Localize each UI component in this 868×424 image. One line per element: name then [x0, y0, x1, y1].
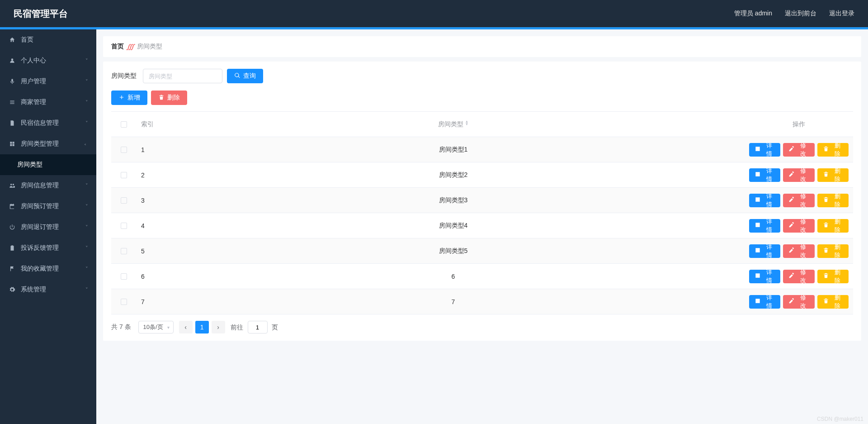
- to-front-link[interactable]: 退出到前台: [785, 10, 816, 18]
- sidebar-item-4[interactable]: 民宿信息管理˅: [0, 113, 96, 133]
- table-row: 1房间类型1详情修改删除: [111, 137, 853, 162]
- sidebar-item-3[interactable]: 商家管理˅: [0, 92, 96, 113]
- sidebar-item-6[interactable]: 房间信息管理˅: [0, 175, 96, 196]
- row-checkbox[interactable]: [121, 223, 127, 229]
- goto-input[interactable]: [248, 321, 268, 333]
- detail-button[interactable]: 详情: [749, 143, 780, 157]
- row-checkbox[interactable]: [121, 197, 127, 204]
- data-table: 索引 房间类型 ▲▼ 操作 1房间类型1详情修改删除2房间类型2详情修改删除3房…: [111, 111, 853, 314]
- search-icon: [234, 72, 241, 80]
- row-delete-button[interactable]: 删除: [817, 244, 849, 258]
- top-navbar: 民宿管理平台 管理员 admin 退出到前台 退出登录: [0, 0, 868, 27]
- row-checkbox[interactable]: [121, 248, 127, 254]
- edit-button[interactable]: 修改: [783, 270, 814, 283]
- breadcrumb-home[interactable]: 首页: [111, 43, 124, 51]
- sidebar-item-7[interactable]: 房间预订管理˅: [0, 196, 96, 217]
- row-checkbox[interactable]: [121, 147, 127, 153]
- detail-button[interactable]: 详情: [749, 219, 780, 233]
- row-delete-button[interactable]: 删除: [817, 194, 849, 207]
- edit-button[interactable]: 修改: [783, 219, 814, 233]
- sidebar-item-label: 房间类型: [17, 161, 88, 169]
- chevron-down-icon: ˄: [84, 143, 90, 145]
- cell-index: 5: [137, 244, 162, 258]
- page-size-select[interactable]: 10条/页: [138, 321, 174, 333]
- sidebar-item-label: 系统管理: [21, 286, 85, 294]
- search-input[interactable]: [143, 69, 222, 83]
- trash-icon: [823, 298, 829, 305]
- detail-button[interactable]: 详情: [749, 244, 780, 258]
- detail-icon: [755, 146, 761, 153]
- breadcrumb-panel: 首页 ∭ 房间类型: [103, 36, 861, 57]
- edit-button[interactable]: 修改: [783, 143, 814, 157]
- detail-button[interactable]: 详情: [749, 168, 780, 182]
- breadcrumb-separator-icon: ∭: [127, 43, 134, 51]
- sidebar-item-label: 投诉反馈管理: [21, 244, 85, 252]
- current-user-label[interactable]: 管理员 admin: [734, 10, 772, 18]
- detail-button[interactable]: 详情: [749, 194, 780, 207]
- col-index[interactable]: 索引: [137, 117, 162, 132]
- goto-prefix: 前往: [231, 324, 243, 331]
- chevron-down-icon: ˅: [85, 245, 88, 251]
- delete-button[interactable]: 删除: [151, 91, 187, 105]
- row-delete-button[interactable]: 删除: [817, 295, 849, 309]
- clipboard-icon: [8, 245, 16, 251]
- sidebar-item-1[interactable]: 个人中心˅: [0, 50, 96, 71]
- table-row: 4房间类型4详情修改删除: [111, 213, 853, 238]
- row-delete-button[interactable]: 删除: [817, 168, 849, 182]
- row-checkbox[interactable]: [121, 172, 127, 178]
- next-page-button[interactable]: ›: [212, 321, 225, 333]
- cell-type: 7: [162, 295, 745, 309]
- col-type[interactable]: 房间类型 ▲▼: [162, 117, 745, 132]
- nav-right: 管理员 admin 退出到前台 退出登录: [734, 10, 854, 18]
- edit-button[interactable]: 修改: [783, 295, 814, 309]
- sidebar-item-label: 我的收藏管理: [21, 265, 85, 273]
- goto-suffix: 页: [272, 324, 278, 331]
- row-checkbox[interactable]: [121, 299, 127, 305]
- detail-icon: [755, 171, 761, 179]
- cell-type: 房间类型2: [162, 167, 745, 183]
- detail-icon: [755, 247, 761, 255]
- sidebar-item-9[interactable]: 投诉反馈管理˅: [0, 238, 96, 258]
- sidebar-item-0[interactable]: 首页: [0, 29, 96, 50]
- cell-index: 6: [137, 269, 162, 284]
- chevron-down-icon: ˅: [85, 79, 88, 85]
- cell-index: 1: [137, 143, 162, 157]
- sidebar-item-2[interactable]: 用户管理˅: [0, 71, 96, 92]
- sidebar: 首页个人中心˅用户管理˅商家管理˅民宿信息管理˅房间类型管理˄房间类型房间信息管…: [0, 29, 96, 424]
- cell-index: 7: [137, 295, 162, 309]
- edit-icon: [788, 272, 795, 280]
- sidebar-item-5[interactable]: 房间类型管理˄: [0, 133, 96, 154]
- chevron-down-icon: ˅: [85, 183, 88, 189]
- goto-page: 前往 页: [231, 321, 278, 333]
- row-checkbox[interactable]: [121, 273, 127, 280]
- chevron-down-icon: ˅: [85, 287, 88, 293]
- detail-button[interactable]: 详情: [749, 270, 780, 283]
- search-row: 房间类型 查询: [111, 69, 853, 83]
- sort-icon[interactable]: ▲▼: [465, 120, 469, 129]
- calendar-icon: [8, 203, 16, 210]
- sidebar-item-label: 房间预订管理: [21, 202, 85, 210]
- page-number-button[interactable]: 1: [195, 321, 209, 333]
- sidebar-item-10[interactable]: 我的收藏管理˅: [0, 258, 96, 279]
- select-all-checkbox[interactable]: [121, 121, 127, 128]
- logout-link[interactable]: 退出登录: [829, 10, 854, 18]
- sidebar-item-8[interactable]: 房间退订管理˅: [0, 217, 96, 238]
- edit-button[interactable]: 修改: [783, 194, 814, 207]
- row-delete-button[interactable]: 删除: [817, 143, 849, 157]
- prev-page-button[interactable]: ‹: [179, 321, 193, 333]
- row-delete-button[interactable]: 删除: [817, 270, 849, 283]
- search-button[interactable]: 查询: [227, 69, 263, 83]
- add-button[interactable]: 新增: [111, 91, 147, 105]
- row-delete-button[interactable]: 删除: [817, 219, 849, 233]
- flag-icon: [8, 266, 16, 272]
- edit-button[interactable]: 修改: [783, 244, 814, 258]
- detail-button[interactable]: 详情: [749, 295, 780, 309]
- edit-button[interactable]: 修改: [783, 168, 814, 182]
- sidebar-subitem[interactable]: 房间类型: [0, 154, 96, 175]
- sidebar-item-11[interactable]: 系统管理˅: [0, 279, 96, 300]
- home-icon: [8, 37, 16, 43]
- list-icon: [8, 99, 16, 105]
- user-icon: [8, 57, 16, 64]
- cell-index: 4: [137, 219, 162, 233]
- cell-index: 3: [137, 193, 162, 208]
